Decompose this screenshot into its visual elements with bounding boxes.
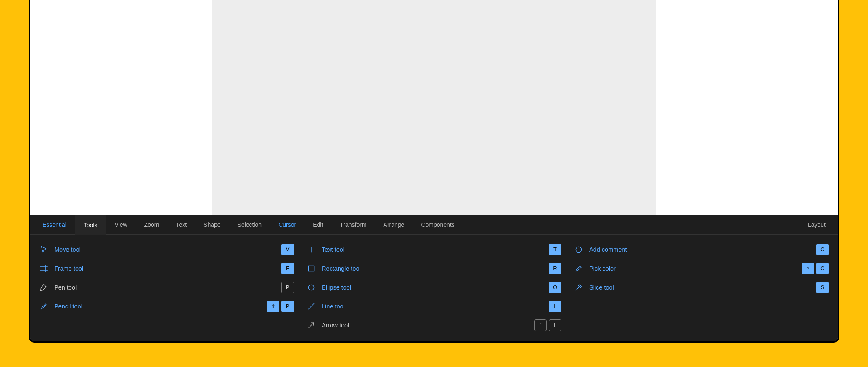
shortcut-keys: R [549, 263, 561, 274]
tool-label: Move tool [54, 246, 275, 253]
tab-text[interactable]: Text [167, 215, 195, 234]
tool-label: Slice tool [589, 284, 810, 291]
svg-point-1 [308, 285, 314, 290]
key: O [549, 282, 561, 293]
tab-transform[interactable]: Transform [331, 215, 375, 234]
rectangle-icon [307, 264, 316, 273]
slice-icon [574, 283, 583, 292]
key: F [281, 263, 294, 274]
shortcut-keys: ⇧ L [534, 319, 561, 331]
shortcut-keys: L [549, 301, 561, 312]
tool-arrow[interactable]: Arrow tool ⇧ L [307, 316, 561, 335]
line-icon [307, 302, 316, 311]
tool-grid: Move tool V Frame tool F [30, 235, 838, 341]
key-shift: ⇧ [534, 319, 547, 331]
shortcut-keys: ^ C [802, 263, 829, 274]
tab-zoom[interactable]: Zoom [136, 215, 168, 234]
tool-column: Add comment C Pick color ^ C [574, 240, 829, 335]
comment-icon [574, 245, 583, 254]
tool-label: Pencil tool [54, 303, 261, 310]
shortcut-keys: C [816, 244, 829, 255]
shortcut-keys: F [281, 263, 294, 274]
shortcut-keys: T [549, 244, 561, 255]
key: C [816, 244, 829, 255]
key: P [281, 301, 294, 312]
tab-cursor[interactable]: Cursor [270, 215, 304, 234]
tool-frame[interactable]: Frame tool F [39, 259, 294, 278]
tab-selection[interactable]: Selection [229, 215, 270, 234]
key: S [816, 282, 829, 293]
app-window: Essential Tools View Zoom Text Shape Sel… [29, 0, 839, 343]
tool-column: Text tool T Rectangle tool R [307, 240, 561, 335]
tool-pencil[interactable]: Pencil tool ⇧ P [39, 297, 294, 316]
tab-essential[interactable]: Essential [34, 215, 75, 234]
tool-slice[interactable]: Slice tool S [574, 278, 829, 297]
svg-rect-0 [308, 266, 314, 271]
tool-label: Rectangle tool [322, 265, 543, 272]
tool-line[interactable]: Line tool L [307, 297, 561, 316]
tab-shape[interactable]: Shape [195, 215, 229, 234]
shortcut-keys: P [281, 282, 294, 293]
tool-label: Text tool [322, 246, 543, 253]
pencil-icon [39, 302, 48, 311]
tool-label: Ellipse tool [322, 284, 543, 291]
key-ctrl: ^ [802, 263, 814, 274]
tool-label: Pen tool [54, 284, 275, 291]
tab-arrange[interactable]: Arrange [375, 215, 413, 234]
tab-components[interactable]: Components [413, 215, 463, 234]
shortcuts-panel: Essential Tools View Zoom Text Shape Sel… [30, 215, 838, 341]
key: C [816, 263, 829, 274]
key: R [549, 263, 561, 274]
tab-edit[interactable]: Edit [304, 215, 331, 234]
tool-rectangle[interactable]: Rectangle tool R [307, 259, 561, 278]
ellipse-icon [307, 283, 316, 292]
cursor-icon [39, 245, 48, 254]
tool-label: Add comment [589, 246, 810, 253]
eyedropper-icon [574, 264, 583, 273]
key: T [549, 244, 561, 255]
tool-column: Move tool V Frame tool F [39, 240, 294, 335]
canvas-area[interactable] [30, 0, 838, 215]
tool-label: Arrow tool [322, 322, 528, 329]
panel-tabs: Essential Tools View Zoom Text Shape Sel… [30, 215, 838, 235]
tool-label: Frame tool [54, 265, 275, 272]
text-icon [307, 245, 316, 254]
tool-ellipse[interactable]: Ellipse tool O [307, 278, 561, 297]
shortcut-keys: O [549, 282, 561, 293]
tool-label: Pick color [589, 265, 796, 272]
key: P [281, 282, 294, 293]
tool-pick-color[interactable]: Pick color ^ C [574, 259, 829, 278]
artboard[interactable] [212, 0, 656, 215]
tool-move[interactable]: Move tool V [39, 240, 294, 259]
key: L [549, 301, 561, 312]
shortcut-keys: V [281, 244, 294, 255]
tool-pen[interactable]: Pen tool P [39, 278, 294, 297]
frame-icon [39, 264, 48, 273]
key-shift: ⇧ [267, 301, 279, 312]
tool-label: Line tool [322, 303, 543, 310]
pen-icon [39, 283, 48, 292]
arrow-icon [307, 321, 316, 330]
tab-tools[interactable]: Tools [75, 215, 106, 235]
shortcut-keys: ⇧ P [267, 301, 294, 312]
key: V [281, 244, 294, 255]
tool-text[interactable]: Text tool T [307, 240, 561, 259]
tab-layout[interactable]: Layout [799, 215, 834, 234]
tab-view[interactable]: View [106, 215, 136, 234]
tool-add-comment[interactable]: Add comment C [574, 240, 829, 259]
shortcut-keys: S [816, 282, 829, 293]
key: L [549, 319, 561, 331]
